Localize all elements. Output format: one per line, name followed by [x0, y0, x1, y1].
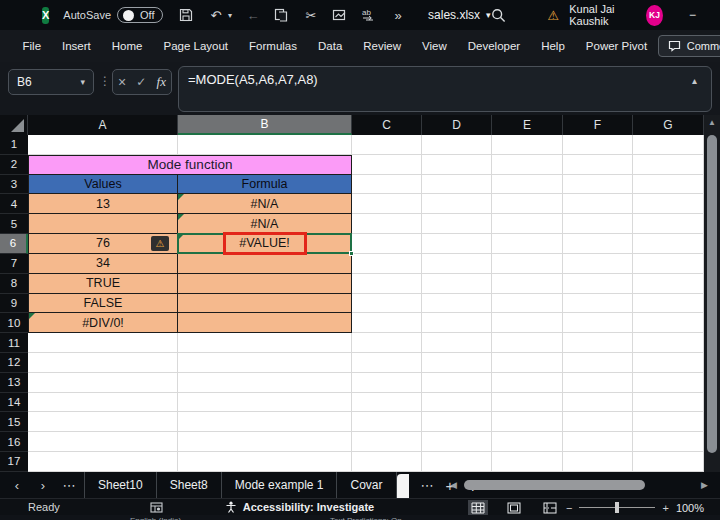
cell-C11[interactable]	[352, 333, 422, 353]
tab-developer[interactable]: Developer	[457, 30, 530, 62]
scroll-right-icon[interactable]: ▶	[701, 480, 708, 490]
cell-B6[interactable]: #VALUE!	[178, 234, 352, 254]
tab-home[interactable]: Home	[101, 30, 153, 62]
cell-F14[interactable]	[563, 393, 633, 413]
cell-B15[interactable]	[178, 412, 352, 432]
cell-B16[interactable]	[178, 432, 352, 452]
autosave-toggle[interactable]: Off	[117, 7, 163, 23]
scroll-left-icon[interactable]: ◀	[450, 480, 457, 490]
cell-A13[interactable]	[28, 373, 178, 393]
sheet-next-icon[interactable]: ›	[30, 478, 56, 493]
column-header-c[interactable]: C	[352, 115, 422, 135]
cell-G4[interactable]	[633, 194, 704, 214]
insert-function-icon[interactable]: fx	[157, 74, 166, 90]
cell-D13[interactable]	[422, 373, 492, 393]
sheet-tab-covar[interactable]: Covar	[337, 472, 396, 498]
zoom-slider[interactable]	[579, 507, 655, 508]
cell-C8[interactable]	[352, 274, 422, 294]
cell-A12[interactable]	[28, 353, 178, 373]
error-warning-icon[interactable]: ⚠	[151, 236, 169, 251]
cell-B1[interactable]	[178, 135, 352, 155]
name-box[interactable]: B6 ▾	[8, 69, 94, 95]
cell-merged-title[interactable]: Mode function	[28, 155, 352, 175]
find-replace-icon[interactable]: ab	[361, 8, 377, 22]
cell-D16[interactable]	[422, 432, 492, 452]
row-header-3[interactable]: 3	[0, 175, 28, 195]
row-header-17[interactable]: 17	[0, 452, 28, 472]
row-header-1[interactable]: 1	[0, 135, 28, 155]
cell-B17[interactable]	[178, 452, 352, 472]
scroll-up-icon[interactable]: ▲	[704, 118, 720, 127]
cell-C7[interactable]	[352, 254, 422, 274]
row-header-16[interactable]: 16	[0, 432, 28, 452]
cell-E17[interactable]	[492, 452, 563, 472]
cell-A8[interactable]: TRUE	[28, 274, 178, 294]
cell-G16[interactable]	[633, 432, 704, 452]
cell-C5[interactable]	[352, 214, 422, 234]
cell-D4[interactable]	[422, 194, 492, 214]
vertical-scrollbar[interactable]: ▲	[704, 115, 720, 472]
cell-F11[interactable]	[563, 333, 633, 353]
cell-C16[interactable]	[352, 432, 422, 452]
maximize-button[interactable]: □	[708, 0, 720, 30]
cell-E14[interactable]	[492, 393, 563, 413]
zoom-slider-thumb[interactable]	[615, 502, 619, 513]
cell-B10[interactable]	[178, 313, 352, 333]
undo-dropdown-icon[interactable]: ▾	[228, 11, 232, 20]
file-title[interactable]: sales.xlsx ▾	[428, 8, 491, 22]
column-header-g[interactable]: G	[633, 115, 704, 135]
zoom-level[interactable]: 100%	[676, 502, 704, 514]
comments-button[interactable]: Comments	[658, 35, 720, 57]
tab-insert[interactable]: Insert	[52, 30, 102, 62]
cell-C17[interactable]	[352, 452, 422, 472]
collapse-formula-bar-icon[interactable]: ▴	[692, 75, 697, 86]
cell-A11[interactable]	[28, 333, 178, 353]
zoom-out-icon[interactable]: −	[566, 502, 572, 514]
cell-D6[interactable]	[422, 234, 492, 254]
sheet-list-icon[interactable]: ⋯	[56, 478, 82, 493]
cell-F6[interactable]	[563, 234, 633, 254]
avatar[interactable]: KJ	[646, 5, 663, 26]
cell-F16[interactable]	[563, 432, 633, 452]
cell-G15[interactable]	[633, 412, 704, 432]
cell-D7[interactable]	[422, 254, 492, 274]
normal-view-button[interactable]	[468, 500, 488, 515]
cell-A7[interactable]: 34	[28, 254, 178, 274]
formula-input[interactable]: =MODE(A5,A6,A7,A8) ▴	[178, 66, 712, 112]
cell-G7[interactable]	[633, 254, 704, 274]
horizontal-scrollbar-thumb[interactable]	[464, 480, 645, 490]
cell-D1[interactable]	[422, 135, 492, 155]
cell-G13[interactable]	[633, 373, 704, 393]
cell-G1[interactable]	[633, 135, 704, 155]
cell-G12[interactable]	[633, 353, 704, 373]
macro-record-icon[interactable]	[150, 502, 163, 513]
column-header-e[interactable]: E	[492, 115, 563, 135]
cell-B11[interactable]	[178, 333, 352, 353]
sheet-prev-icon[interactable]: ‹	[4, 478, 30, 493]
cell-G8[interactable]	[633, 274, 704, 294]
cell-F9[interactable]	[563, 294, 633, 314]
cell-C10[interactable]	[352, 313, 422, 333]
accessibility-status[interactable]: Accessibility: Investigate	[225, 501, 374, 513]
cell-A10[interactable]: #DIV/0!	[28, 313, 178, 333]
cell-G9[interactable]	[633, 294, 704, 314]
cell-E7[interactable]	[492, 254, 563, 274]
tab-power-pivot[interactable]: Power Pivot	[575, 30, 657, 62]
row-header-6[interactable]: 6	[0, 234, 28, 254]
cell-D17[interactable]	[422, 452, 492, 472]
cell-A15[interactable]	[28, 412, 178, 432]
minimize-button[interactable]: −	[677, 0, 709, 30]
tab-formulas[interactable]: Formulas	[239, 30, 308, 62]
cell-C14[interactable]	[352, 393, 422, 413]
cell-B12[interactable]	[178, 353, 352, 373]
cell-F1[interactable]	[563, 135, 633, 155]
cell-A17[interactable]	[28, 452, 178, 472]
cell-B13[interactable]	[178, 373, 352, 393]
cell-B3[interactable]: Formula	[178, 175, 352, 195]
cell-G5[interactable]	[633, 214, 704, 234]
cell-A14[interactable]	[28, 393, 178, 413]
more-commands-icon[interactable]: »	[390, 8, 406, 23]
row-header-14[interactable]: 14	[0, 393, 28, 413]
cell-C13[interactable]	[352, 373, 422, 393]
cell-F7[interactable]	[563, 254, 633, 274]
